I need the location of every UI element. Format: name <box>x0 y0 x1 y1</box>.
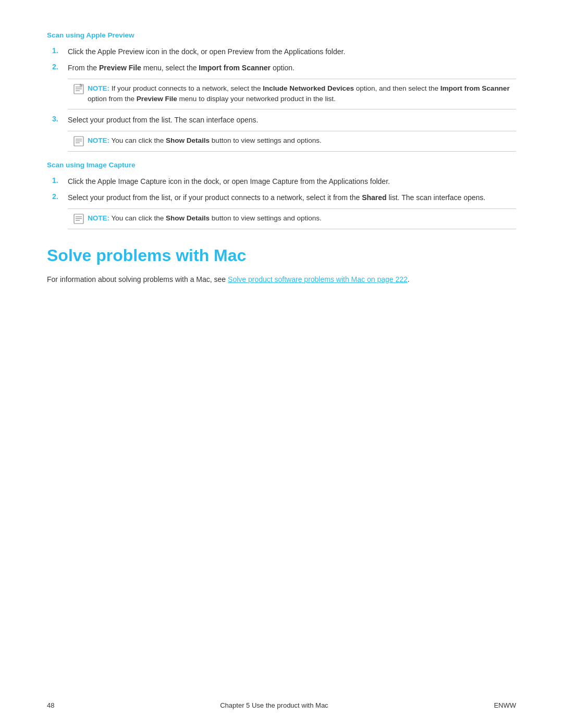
step-2-text: From the Preview File menu, select the I… <box>68 63 516 73</box>
note-2-label: NOTE: <box>88 137 109 144</box>
import-scanner-bold-2: Import from Scanner <box>440 84 510 92</box>
footer-page-number: 48 <box>47 701 54 709</box>
note-1-label: NOTE: <box>88 84 109 92</box>
scan-apple-preview-heading: Scan using Apple Preview <box>47 31 516 39</box>
ic-step-1-number: 1. <box>52 176 68 184</box>
note-box-3: NOTE: You can click the Show Details but… <box>68 208 516 229</box>
note-box-2: NOTE: You can click the Show Details but… <box>68 131 516 152</box>
note-2-content: NOTE: You can click the Show Details but… <box>88 135 511 146</box>
note-3-label: NOTE: <box>88 214 109 222</box>
step-1-text: Click the Apple Preview icon in the dock… <box>68 46 516 57</box>
footer-chapter: Chapter 5 Use the product with Mac <box>220 701 328 709</box>
apple-preview-step3: 3. Select your product from the list. Th… <box>47 115 516 126</box>
ic-step-2-number: 2. <box>52 192 68 201</box>
scan-image-capture-heading: Scan using Image Capture <box>47 161 516 169</box>
step-1-number: 1. <box>52 46 68 55</box>
scan-image-capture-section: Scan using Image Capture 1. Click the Ap… <box>47 161 516 229</box>
footer-enww: ENWW <box>494 701 516 709</box>
note-3-text: NOTE: You can click the Show Details but… <box>88 214 322 222</box>
page-container: Scan using Apple Preview 1. Click the Ap… <box>0 0 563 728</box>
ic-step-2: 2. Select your product from the list, or… <box>47 192 516 203</box>
ic-step-1-text: Click the Apple Image Capture icon in th… <box>68 176 516 187</box>
note-icon-2 <box>73 135 84 147</box>
step-1: 1. Click the Apple Preview icon in the d… <box>47 46 516 57</box>
solve-problems-section: Solve problems with Mac For information … <box>47 246 516 285</box>
shared-bold: Shared <box>362 193 386 202</box>
note-icon-3 <box>73 213 84 225</box>
page-footer: 48 Chapter 5 Use the product with Mac EN… <box>47 701 516 709</box>
note-3-content: NOTE: You can click the Show Details but… <box>88 213 511 224</box>
scan-apple-preview-section: Scan using Apple Preview 1. Click the Ap… <box>47 31 516 152</box>
solve-problems-heading: Solve problems with Mac <box>47 246 516 265</box>
apple-preview-steps: 1. Click the Apple Preview icon in the d… <box>47 46 516 73</box>
solve-problems-link[interactable]: Solve product software problems with Mac… <box>228 275 408 283</box>
preview-file-bold: Preview File <box>99 64 141 72</box>
import-scanner-bold: Import from Scanner <box>199 64 271 72</box>
include-networked-bold: Include Networked Devices <box>263 84 354 92</box>
step-3-number: 3. <box>52 115 68 123</box>
note-icon-1 <box>73 83 84 95</box>
note-1-text: NOTE: If your product connects to a netw… <box>88 84 510 103</box>
preview-file-bold-2: Preview File <box>137 95 177 103</box>
show-details-bold-2: Show Details <box>166 214 210 222</box>
note-2-text: NOTE: You can click the Show Details but… <box>88 137 322 144</box>
solve-intro-text: For information about solving problems w… <box>47 274 516 285</box>
image-capture-steps: 1. Click the Apple Image Capture icon in… <box>47 176 516 203</box>
note-1-content: NOTE: If your product connects to a netw… <box>88 83 511 105</box>
step-3: 3. Select your product from the list. Th… <box>47 115 516 126</box>
step-2: 2. From the Preview File menu, select th… <box>47 63 516 73</box>
ic-step-1: 1. Click the Apple Image Capture icon in… <box>47 176 516 187</box>
note-box-1: NOTE: If your product connects to a netw… <box>68 79 516 109</box>
show-details-bold-1: Show Details <box>166 137 210 144</box>
step-2-number: 2. <box>52 63 68 71</box>
ic-step-2-text: Select your product from the list, or if… <box>68 192 516 203</box>
step-3-text: Select your product from the list. The s… <box>68 115 516 126</box>
